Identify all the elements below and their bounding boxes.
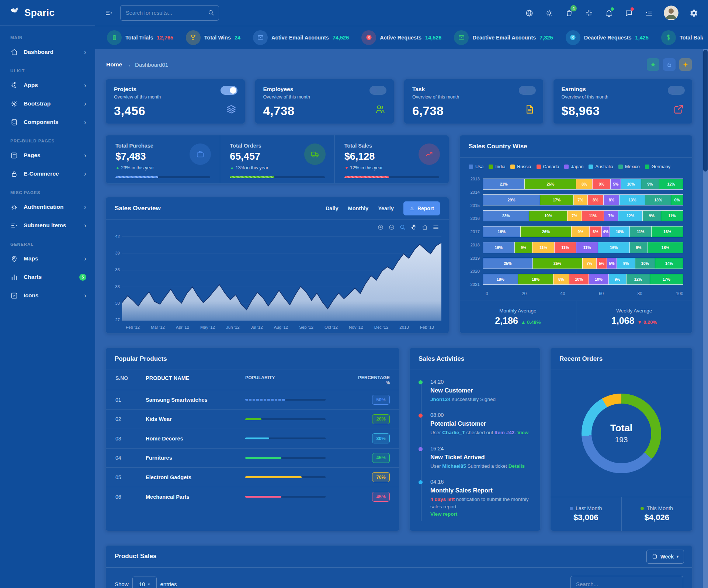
search-input[interactable] (120, 5, 219, 21)
y-tick: 30 (110, 301, 120, 305)
legend-usa[interactable]: Usa (469, 164, 483, 169)
entries-select[interactable]: 10▾ (132, 577, 157, 588)
legend-germany[interactable]: Germany (645, 164, 670, 169)
product-row-home-decores[interactable]: 03 Home Decores 30% (106, 429, 399, 449)
sidebar-item-apps[interactable]: Apps › (0, 76, 95, 94)
globe-button[interactable] (524, 8, 534, 18)
legend-japan[interactable]: Japan (564, 164, 583, 169)
bar-segment-germany: 11% (661, 211, 683, 221)
product-name: Kids Wear (146, 416, 245, 422)
product-row-furnitures[interactable]: 04 Furnitures 45% (106, 449, 399, 468)
bug-icon (10, 203, 18, 211)
star-button[interactable] (647, 58, 659, 71)
activity-title: Potential Customer (430, 420, 531, 427)
sidebar-item-charts[interactable]: Charts 5 (0, 268, 95, 286)
sidebar-item-bootstrap[interactable]: Bootstrap › (0, 94, 95, 113)
report-button[interactable]: Report (403, 201, 440, 215)
fullscreen-button[interactable] (584, 8, 594, 18)
activity-time: 04:16 (430, 479, 531, 485)
count-badge: 5 (79, 274, 86, 281)
user-avatar[interactable] (664, 6, 678, 20)
product-row-electroni-gadgets[interactable]: 05 Electroni Gadgets 70% (106, 468, 399, 487)
bar-segment-usa: 19% (483, 226, 520, 237)
activity-description: Jhon124 successfully Signed (430, 396, 531, 403)
toggle-switch[interactable] (369, 86, 386, 95)
sidebar-item-e-commerce[interactable]: E-Commerce › (0, 165, 95, 183)
search-icon[interactable] (208, 9, 215, 16)
brand-logo[interactable]: Sparic (0, 0, 95, 26)
lock-button[interactable] (663, 58, 676, 71)
product-row-mechanical-parts[interactable]: 06 Mechanical Parts 45% (106, 487, 399, 507)
sales-overview-chart[interactable]: 423936333027 Feb '12Mar '12Apr '12May '1… (106, 219, 449, 333)
sidebar-item-maps[interactable]: Maps › (0, 249, 95, 268)
bar-segment-mexico: 13% (645, 195, 671, 205)
sidebar-item-components[interactable]: Components › (0, 113, 95, 131)
activity-link[interactable]: View (517, 430, 529, 435)
popular-products-card: Popular Products S.NOPRODUCT NAMEPOPULAR… (105, 347, 400, 531)
gear-button[interactable] (689, 8, 698, 18)
sidebar-collapse-icon[interactable] (105, 8, 114, 17)
bar-segment-japan: 11% (576, 242, 598, 253)
brightness-button[interactable] (544, 8, 554, 18)
plus-button[interactable] (679, 58, 692, 71)
badge: 4 (570, 5, 577, 11)
legend-swatch (589, 165, 593, 169)
sidebar-item-label: Pages (24, 152, 79, 159)
summary-total-sales: Total Sales $6,128 ▼ 12% in this year (334, 135, 449, 183)
donut-ring: Total 193 (582, 394, 661, 473)
ticker-label: Active Requests (380, 35, 421, 41)
stats-ticker: Total Trials 12,765 Total Wins 24 Active… (95, 26, 708, 49)
orders-donut-chart[interactable]: Total 193 (551, 370, 692, 497)
page-scrollbar[interactable] (703, 0, 708, 588)
legend-india[interactable]: India (489, 164, 505, 169)
column-header: POPULARITY (245, 375, 356, 385)
tab-daily[interactable]: Daily (326, 205, 339, 211)
sidebar-item-dashboard[interactable]: Dashboard › (0, 43, 95, 61)
chart-zoom-in-icon[interactable] (377, 224, 384, 231)
sidebar-item-submenu-items[interactable]: Submenu items › (0, 216, 95, 235)
country-stacked-chart[interactable]: 201320142015201620172018201920202021 21%… (460, 172, 692, 287)
period-dropdown-button[interactable]: Week ▾ (646, 550, 684, 564)
chart-zoom-icon[interactable] (399, 224, 406, 231)
bell-button[interactable] (604, 8, 614, 18)
legend-dot (641, 507, 644, 510)
bar-segment-russia: 9% (571, 226, 589, 237)
product-sno: 03 (115, 436, 146, 442)
activity-link[interactable]: Details (509, 463, 525, 469)
sales-overview-tabs: DailyMonthlyYearlyReport (326, 201, 440, 215)
indent-button[interactable] (644, 8, 653, 18)
toggle-switch[interactable] (221, 86, 237, 95)
donut-center: Total 193 (591, 404, 651, 463)
chart-menu-icon[interactable] (433, 224, 439, 231)
chat-button[interactable] (624, 8, 634, 18)
bar-segment-russia: 7% (573, 195, 587, 205)
sidebar-section-label: MISC PAGES (0, 183, 95, 198)
legend-australia[interactable]: Australia (589, 164, 613, 169)
tab-yearly[interactable]: Yearly (378, 205, 394, 211)
table-search-input[interactable] (570, 576, 683, 588)
activity-description: User Charlie_T checked out Item #42. Vie… (430, 429, 531, 436)
chart-pan-icon[interactable] (410, 224, 417, 231)
breadcrumb-home-link[interactable]: Home (106, 61, 122, 68)
activity-link[interactable]: View report (430, 511, 457, 517)
topbar-icons: 4 (524, 6, 698, 20)
column-header: S.NO (115, 375, 146, 385)
legend-mexico[interactable]: Mexico (618, 164, 640, 169)
sidebar-item-authentication[interactable]: Authentication › (0, 198, 95, 216)
sidebar-item-pages[interactable]: Pages › (0, 146, 95, 165)
legend-canada[interactable]: Canada (537, 164, 559, 169)
legend-russia[interactable]: Russia (510, 164, 531, 169)
envelope-icon (454, 30, 469, 45)
scrollbar-thumb[interactable] (703, 50, 708, 172)
sidebar-item-icons[interactable]: Icons › (0, 286, 95, 305)
toggle-switch[interactable] (519, 86, 536, 95)
x-tick: Apr '12 (176, 325, 189, 329)
shopping-bag-button[interactable]: 4 (564, 8, 574, 18)
tab-monthly[interactable]: Monthly (348, 205, 369, 211)
bar-segment-russia: 7% (582, 258, 596, 269)
chart-zoom-out-icon[interactable] (388, 224, 395, 231)
product-row-samsung-smartwatches[interactable]: 01 Samsung Smartwatches 50% (106, 390, 399, 410)
chart-home-sm-icon[interactable] (421, 224, 428, 231)
product-row-kids-wear[interactable]: 02 Kids Wear 20% (106, 410, 399, 429)
toggle-switch[interactable] (668, 86, 685, 95)
